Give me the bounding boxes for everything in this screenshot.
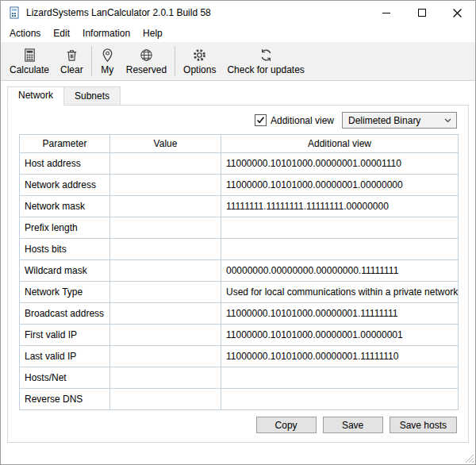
value-cell[interactable] — [110, 153, 221, 175]
table-row[interactable]: Network mask 11111111.11111111.11111111.… — [20, 196, 459, 217]
view-format-value: Delimeted Binary — [348, 115, 420, 126]
toolbar-button-label: Check for updates — [227, 64, 304, 75]
value-cell[interactable] — [110, 346, 221, 367]
additional-view-cell — [221, 217, 459, 239]
additional-view-cell — [221, 367, 459, 389]
check-updates-button[interactable]: Check for updates — [221, 45, 309, 78]
maximize-button[interactable] — [404, 1, 440, 25]
parameter-cell: Hosts bits — [20, 239, 110, 260]
additional-view-cell: 11000000.10101000.00000001.11111111 — [221, 303, 459, 325]
parameter-cell: Host address — [20, 153, 110, 175]
table-row[interactable]: Broadcast address 11000000.10101000.0000… — [20, 303, 459, 325]
parameter-cell: Network mask — [20, 196, 110, 217]
table-row[interactable]: First valid IP 11000000.10101000.0000000… — [20, 325, 459, 346]
table-row[interactable]: Hosts/Net — [20, 367, 459, 389]
copy-button[interactable]: Copy — [256, 417, 317, 433]
toolbar-button-label: Clear — [60, 64, 83, 75]
chevron-down-icon — [444, 118, 456, 123]
options-button[interactable]: Options — [178, 45, 221, 78]
table-row[interactable]: Hosts bits — [20, 239, 459, 260]
tab-network[interactable]: Network — [7, 86, 64, 106]
refresh-icon — [259, 48, 274, 63]
table-header-row: Parameter Value Additional view — [20, 135, 459, 153]
value-cell[interactable] — [110, 260, 221, 282]
additional-view-checkbox-group[interactable]: Additional view — [255, 114, 334, 126]
network-tab-panel: Additional view Delimeted Binary Paramet… — [7, 105, 469, 443]
view-format-dropdown[interactable]: Delimeted Binary — [342, 112, 457, 129]
close-icon — [453, 9, 462, 17]
toolbar-button-label: My — [101, 64, 113, 75]
window-title: LizardSystems LanCalculator 2.0.1 Build … — [26, 7, 211, 18]
footer-buttons: Copy Save Save hosts — [19, 417, 457, 433]
column-header-parameter[interactable]: Parameter — [20, 135, 110, 153]
value-cell[interactable] — [110, 367, 221, 389]
parameter-cell: Network address — [20, 175, 110, 196]
additional-view-cell: 00000000.00000000.00000000.11111111 — [221, 260, 459, 282]
toolbar-separator — [175, 46, 175, 76]
table-row[interactable]: Network address 11000000.10101000.000000… — [20, 175, 459, 196]
close-button[interactable] — [440, 1, 475, 25]
menu-edit[interactable]: Edit — [47, 25, 76, 41]
maximize-icon — [418, 9, 426, 17]
save-button[interactable]: Save — [323, 417, 383, 433]
toolbar-button-label: Options — [183, 64, 216, 75]
titlebar[interactable]: LizardSystems LanCalculator 2.0.1 Build … — [1, 1, 475, 25]
value-cell[interactable] — [110, 303, 221, 325]
toolbar: Calculate Clear My Reserved Option — [1, 42, 475, 81]
resize-grip[interactable] — [464, 453, 474, 463]
trash-icon — [64, 48, 79, 63]
additional-view-cell: 11000000.10101000.00000001.11111110 — [221, 346, 459, 367]
column-header-value[interactable]: Value — [110, 135, 221, 153]
parameter-cell: Prefix length — [20, 217, 110, 239]
table-row[interactable]: Network Type Used for local communicatio… — [20, 282, 459, 303]
table-row[interactable]: Prefix length — [20, 217, 459, 239]
reserved-button[interactable]: Reserved — [121, 45, 172, 78]
clear-button[interactable]: Clear — [55, 45, 89, 78]
additional-view-cell — [221, 239, 459, 260]
menu-bar: Actions Edit Information Help — [1, 25, 475, 42]
parameter-cell: Reverse DNS — [20, 389, 110, 410]
table-row[interactable]: Wildcard mask 00000000.00000000.00000000… — [20, 260, 459, 282]
calculator-icon — [22, 48, 37, 63]
additional-view-cell — [221, 389, 459, 410]
value-cell[interactable] — [110, 282, 221, 303]
value-cell[interactable] — [110, 196, 221, 217]
toolbar-button-label: Calculate — [10, 64, 49, 75]
additional-view-cell: 11000000.10101000.00000001.00000000 — [221, 175, 459, 196]
value-cell[interactable] — [110, 239, 221, 260]
my-button[interactable]: My — [94, 45, 121, 78]
toolbar-separator — [91, 46, 92, 76]
gear-icon — [192, 48, 207, 63]
additional-view-cell: 11000000.10101000.00000001.00001110 — [221, 153, 459, 175]
menu-actions[interactable]: Actions — [3, 25, 47, 41]
parameters-table: Parameter Value Additional view Host add… — [19, 134, 459, 410]
table-row[interactable]: Reverse DNS — [20, 389, 459, 410]
toolbar-button-label: Reserved — [126, 64, 167, 75]
table-row[interactable]: Host address 11000000.10101000.00000001.… — [20, 153, 459, 175]
value-cell[interactable] — [110, 325, 221, 346]
additional-view-checkbox[interactable] — [255, 114, 267, 126]
menu-help[interactable]: Help — [136, 25, 169, 41]
parameter-cell: Hosts/Net — [20, 367, 110, 389]
parameter-cell: Wildcard mask — [20, 260, 110, 282]
parameter-cell: Last valid IP — [20, 346, 110, 367]
tab-strip: Network Subnets — [7, 86, 475, 106]
calculate-button[interactable]: Calculate — [4, 45, 55, 78]
table-row[interactable]: Last valid IP 11000000.10101000.00000001… — [20, 346, 459, 367]
column-header-additional-view[interactable]: Additional view — [221, 135, 459, 153]
value-cell[interactable] — [110, 217, 221, 239]
additional-view-cell: Used for local communications within a p… — [221, 282, 459, 303]
minimize-icon — [382, 9, 390, 17]
value-cell[interactable] — [110, 389, 221, 410]
checkmark-icon — [256, 116, 265, 125]
main-content: Network Subnets Additional view Delimete… — [1, 81, 475, 464]
app-icon — [8, 6, 21, 19]
additional-view-cell: 11000000.10101000.00000001.00000001 — [221, 325, 459, 346]
value-cell[interactable] — [110, 175, 221, 196]
minimize-button[interactable] — [368, 1, 404, 25]
app-window: LizardSystems LanCalculator 2.0.1 Build … — [0, 0, 476, 465]
menu-information[interactable]: Information — [76, 25, 136, 41]
save-hosts-button[interactable]: Save hosts — [390, 417, 457, 433]
tab-subnets[interactable]: Subnets — [63, 86, 121, 106]
window-controls — [368, 1, 475, 25]
